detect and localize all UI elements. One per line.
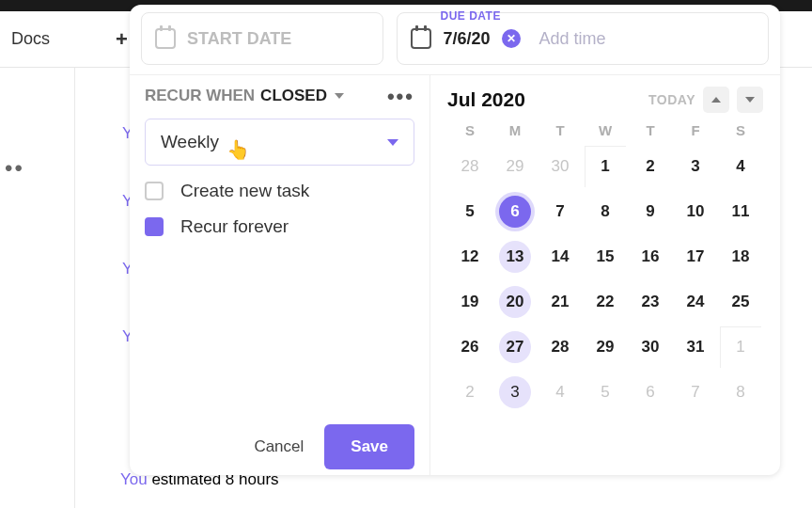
calendar-day[interactable]: 6: [628, 370, 673, 415]
calendar-day[interactable]: 18: [718, 234, 763, 279]
calendar-day[interactable]: 7: [538, 189, 583, 234]
next-month-button[interactable]: [737, 87, 763, 113]
calendar-day[interactable]: 1: [718, 325, 763, 370]
prev-month-button[interactable]: [703, 87, 729, 113]
chevron-down-icon: [335, 93, 344, 99]
calendar-day[interactable]: 17: [673, 234, 718, 279]
recur-frequency-value: Weekly: [161, 132, 219, 152]
calendar-month-title: Jul 2020: [447, 88, 525, 111]
calendar-day[interactable]: 6: [492, 189, 538, 234]
calendar-day[interactable]: 5: [583, 370, 628, 415]
calendar-day[interactable]: 21: [538, 279, 583, 325]
due-date-label: DUE DATE: [440, 9, 500, 23]
chevron-down-icon: [387, 139, 398, 146]
add-icon[interactable]: +: [116, 27, 128, 52]
recur-trigger-dropdown[interactable]: CLOSED: [260, 87, 327, 105]
cancel-button[interactable]: Cancel: [233, 424, 324, 469]
clear-due-date-button[interactable]: ✕: [502, 29, 521, 48]
calendar-day[interactable]: 8: [718, 370, 763, 415]
dow-header: S: [718, 122, 763, 138]
dow-header: M: [492, 122, 538, 138]
calendar-day[interactable]: 30: [628, 325, 673, 370]
calendar-day[interactable]: 13: [492, 234, 538, 279]
calendar-day[interactable]: 2: [628, 144, 673, 189]
calendar-day[interactable]: 7: [673, 370, 718, 415]
calendar-day[interactable]: 4: [538, 370, 583, 415]
calendar-day[interactable]: 26: [447, 325, 492, 370]
dow-header: W: [583, 122, 628, 138]
calendar-day[interactable]: 14: [538, 234, 583, 279]
calendar-day[interactable]: 30: [538, 144, 583, 189]
due-date-input[interactable]: DUE DATE 7/6/20 ✕ Add time: [397, 12, 769, 65]
calendar-day[interactable]: 15: [583, 234, 628, 279]
calendar-day[interactable]: 9: [628, 189, 673, 234]
calendar-day[interactable]: 12: [447, 234, 492, 279]
recur-frequency-select[interactable]: Weekly 👆: [145, 119, 414, 166]
dow-header: T: [538, 122, 583, 138]
calendar-day[interactable]: 28: [538, 325, 583, 370]
calendar-icon: [411, 28, 431, 49]
due-date-value: 7/6/20: [443, 29, 490, 49]
calendar-day[interactable]: 8: [583, 189, 628, 234]
add-time-button[interactable]: Add time: [539, 29, 606, 49]
calendar-day[interactable]: 2: [447, 370, 492, 415]
calendar-day[interactable]: 3: [492, 370, 538, 415]
today-button[interactable]: TODAY: [648, 92, 695, 107]
recur-when-label: RECUR WHEN: [145, 87, 255, 105]
calendar-day[interactable]: 27: [492, 325, 538, 370]
calendar-day[interactable]: 16: [628, 234, 673, 279]
calendar-day[interactable]: 5: [447, 189, 492, 234]
start-date-placeholder: START DATE: [187, 29, 291, 49]
calendar-day[interactable]: 31: [673, 325, 718, 370]
recur-forever-option[interactable]: Recur forever: [145, 216, 414, 237]
create-new-task-option[interactable]: Create new task: [145, 181, 414, 201]
checkbox-checked-icon[interactable]: [145, 217, 164, 236]
more-options-button[interactable]: •••: [387, 91, 414, 102]
calendar-day[interactable]: 22: [583, 279, 628, 325]
docs-tab[interactable]: Docs: [11, 29, 50, 49]
calendar-day[interactable]: 4: [718, 144, 763, 189]
calendar-day[interactable]: 28: [447, 144, 492, 189]
cursor-icon: 👆: [226, 138, 250, 161]
calendar-day[interactable]: 23: [628, 279, 673, 325]
calendar-day[interactable]: 24: [673, 279, 718, 325]
chevron-down-icon: [745, 97, 755, 103]
calendar-day[interactable]: 1: [583, 144, 628, 189]
save-button[interactable]: Save: [324, 424, 414, 469]
calendar-day[interactable]: 29: [492, 144, 538, 189]
calendar-day[interactable]: 3: [673, 144, 718, 189]
dow-header: F: [673, 122, 718, 138]
dow-header: S: [447, 122, 492, 138]
calendar-day[interactable]: 19: [447, 279, 492, 325]
checkbox-unchecked-icon[interactable]: [145, 182, 164, 200]
dow-header: T: [628, 122, 673, 138]
calendar-day[interactable]: 11: [718, 189, 763, 234]
chevron-up-icon: [711, 97, 721, 103]
create-new-task-label: Create new task: [180, 181, 309, 201]
calendar-day[interactable]: 25: [718, 279, 763, 325]
start-date-input[interactable]: START DATE: [141, 12, 383, 65]
recur-forever-label: Recur forever: [180, 216, 289, 237]
calendar-day[interactable]: 29: [583, 325, 628, 370]
calendar-day[interactable]: 20: [492, 279, 538, 325]
calendar-icon: [155, 28, 176, 49]
calendar-day[interactable]: 10: [673, 189, 718, 234]
more-icon[interactable]: ••: [5, 155, 24, 182]
date-recur-modal: START DATE DUE DATE 7/6/20 ✕ Add time RE…: [130, 5, 780, 475]
